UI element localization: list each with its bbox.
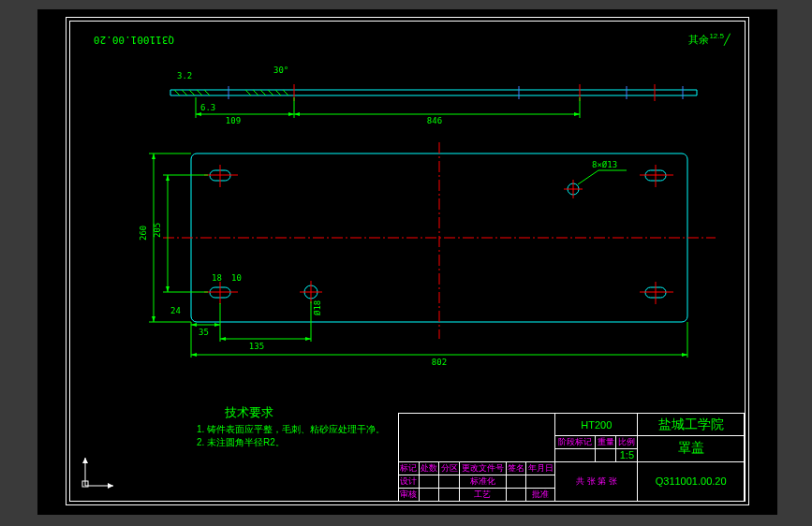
scale: 1:5 [616,449,638,461]
svg-text:24: 24 [170,306,181,315]
tech-req-2: 2. 未注圆角半径R2。 [197,436,385,449]
tech-req-title: 技术要求 [225,404,385,421]
svg-line-14 [283,90,288,95]
svg-marker-32 [574,112,580,116]
drawing-number: Q311001.00.20 [638,461,745,501]
svg-text:135: 135 [249,342,264,351]
cad-viewport[interactable]: Q311001.00.20 其余12.5╱ [37,9,777,515]
svg-marker-29 [196,112,201,116]
slot-tr [640,165,673,187]
svg-line-12 [268,90,273,95]
svg-marker-61 [152,153,155,159]
svg-text:35: 35 [199,328,209,337]
svg-text:260: 260 [139,226,148,241]
school: 盐城工学院 [638,414,745,436]
svg-marker-62 [152,316,155,322]
svg-text:18: 18 [212,273,222,283]
svg-marker-66 [166,286,170,292]
slot-tl [204,165,238,187]
svg-line-7 [197,90,202,95]
part-name: 罩盖 [638,436,745,461]
svg-marker-30 [288,112,294,116]
svg-marker-92 [108,483,113,489]
svg-line-9 [245,90,251,95]
svg-marker-93 [82,458,88,463]
hole-bl [300,281,322,303]
svg-line-52 [578,170,598,184]
svg-marker-65 [166,175,170,181]
plan-view: 8×Ø13 18 10 260 205 [139,142,716,367]
material: HT200 [555,414,638,436]
svg-line-13 [275,90,281,95]
roughness-bottom: 6.3 [200,103,215,112]
svg-marker-88 [682,353,687,357]
svg-text:Ø18: Ø18 [313,300,322,315]
tech-req-1: 1. 铸件表面应平整，毛刺、粘砂应处理干净。 [197,423,385,436]
svg-text:205: 205 [153,223,162,238]
svg-text:8×Ø13: 8×Ø13 [592,160,617,169]
svg-text:802: 802 [432,358,447,367]
svg-marker-83 [305,337,311,341]
svg-line-10 [253,90,258,95]
svg-text:846: 846 [427,116,442,125]
svg-line-8 [204,90,210,95]
technical-requirements: 技术要求 1. 铸件表面应平整，毛刺、粘砂应处理干净。 2. 未注圆角半径R2。 [197,404,385,449]
svg-text:30°: 30° [273,66,288,75]
svg-marker-79 [214,323,220,327]
svg-marker-78 [191,323,197,327]
hole-tr: 8×Ø13 [564,160,627,198]
ucs-icon [81,453,118,490]
svg-line-11 [260,90,266,95]
svg-text:109: 109 [226,116,241,125]
svg-marker-82 [220,337,226,341]
svg-line-4 [174,90,180,95]
title-block: HT200 盐城工学院 阶段标记 重量 比例 罩盖 1:5 标记 处数 分区 更… [398,413,745,502]
svg-marker-31 [294,112,300,116]
side-view: 3.2 6.3 109 846 30° [170,66,697,125]
slot-bl [204,282,238,304]
svg-text:10: 10 [231,273,242,283]
svg-line-6 [189,90,195,95]
svg-line-5 [182,90,187,95]
slot-br [640,282,673,304]
roughness-top: 3.2 [177,71,192,80]
svg-marker-87 [191,353,197,357]
